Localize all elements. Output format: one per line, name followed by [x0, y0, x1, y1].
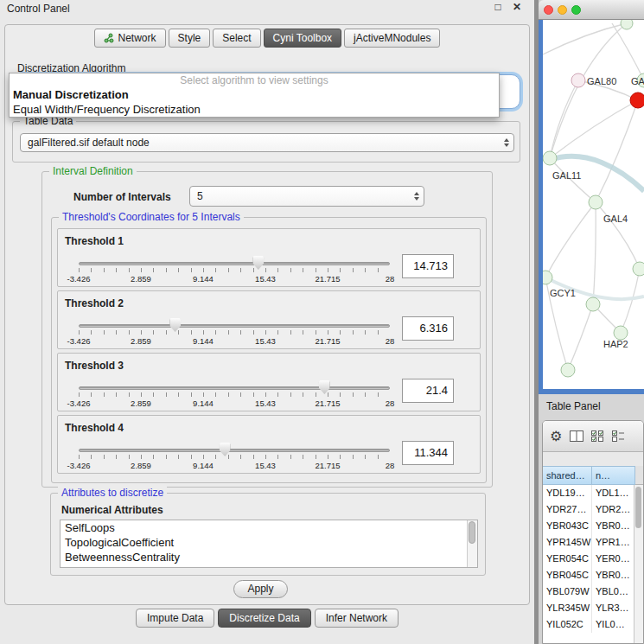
threshold-1-value-input[interactable]: 14.713 — [402, 254, 454, 278]
float-window-button[interactable]: □ — [491, 1, 505, 13]
table-panel-window: ⚙ — [542, 420, 644, 644]
attributes-group: Attributes to discretize Numerical Attri… — [50, 493, 486, 576]
table-row[interactable]: YDR27… YDR2… — [543, 501, 635, 518]
tab-label: Select — [222, 32, 251, 44]
network-node-selected-red[interactable] — [630, 92, 644, 108]
table-cell[interactable]: YBR0… — [592, 518, 635, 534]
table-data-combobox-value: galFiltered.sif default node — [28, 137, 150, 149]
node-label-GA: GA — [631, 76, 644, 86]
table-row[interactable]: YIL052C YIL0… — [543, 616, 635, 633]
tab-cyni-toolbox[interactable]: Cyni Toolbox — [264, 29, 341, 48]
network-node[interactable] — [586, 297, 600, 311]
threshold-2-slider[interactable]: -3.426 2.859 9.144 15.43 21.715 28 — [79, 317, 390, 348]
scale-label: -3.426 — [67, 461, 91, 470]
list-item[interactable]: SelfLoops — [61, 520, 477, 535]
checkbox-list-icon[interactable] — [612, 430, 625, 442]
checkbox-grid-icon[interactable] — [591, 430, 604, 442]
network-node-GAL4[interactable] — [589, 195, 603, 209]
list-item[interactable]: TopologicalCoefficient — [61, 535, 477, 550]
threshold-4-label: Threshold 4 — [65, 422, 124, 434]
interval-definition-group-title: Interval Definition — [49, 165, 137, 177]
thresholds-group-title: Threshold's Coordinates for 5 Intervals — [59, 211, 244, 223]
close-window-button[interactable]: ✕ — [510, 1, 524, 13]
number-of-intervals-value: 5 — [197, 190, 203, 202]
table-row[interactable]: YBR045C YBR0… — [543, 567, 635, 583]
network-node-GAL80[interactable] — [571, 73, 585, 87]
algorithm-prompt-item[interactable]: Select algorithm to view settings — [10, 73, 499, 87]
tab-network[interactable]: Network — [94, 29, 166, 48]
table-cell[interactable]: YIL052C — [543, 616, 592, 633]
list-scrollbar-thumb[interactable] — [469, 521, 475, 544]
table-cell[interactable]: YLR345W — [543, 600, 592, 616]
column-header-name[interactable]: n… — [592, 466, 635, 485]
mac-minimize-button[interactable] — [558, 5, 567, 15]
threshold-4-value-input[interactable]: 11.344 — [402, 441, 454, 465]
threshold-2-panel: Threshold 2 -3.426 2.859 9.144 15.43 21.… — [57, 290, 481, 349]
mac-zoom-button[interactable] — [571, 5, 581, 15]
algorithm-option-equal-width[interactable]: Equal Width/Frequency Discretization — [10, 102, 499, 117]
table-row[interactable]: YER054C YER0… — [543, 551, 635, 567]
scale-label: 2.859 — [131, 461, 151, 470]
network-node-GCY1[interactable] — [543, 271, 552, 284]
table-data-combobox[interactable]: galFiltered.sif default node — [20, 133, 514, 152]
tab-discretize-data[interactable]: Discretize Data — [218, 609, 310, 628]
table-row[interactable]: YPR145W YPR1… — [543, 534, 635, 551]
tab-jactivemnodules[interactable]: jActiveMNodules — [344, 29, 440, 48]
numerical-attributes-list: SelfLoops TopologicalCoefficient Between… — [60, 520, 478, 568]
threshold-4-slider[interactable]: -3.426 2.859 9.144 15.43 21.715 28 — [79, 442, 390, 473]
bottom-tab-bar: Impute Data Discretize Data Infer Networ… — [0, 609, 534, 628]
apply-button[interactable]: Apply — [233, 580, 288, 598]
tab-style[interactable]: Style — [169, 29, 211, 48]
network-node[interactable] — [561, 363, 575, 377]
network-node[interactable] — [633, 262, 644, 276]
scale-label: 15.43 — [255, 336, 276, 346]
table-cell[interactable]: YER054C — [543, 551, 592, 567]
table-scrollbar-thumb[interactable] — [635, 487, 641, 528]
table-cell[interactable]: YDR27… — [543, 501, 592, 518]
number-of-intervals-combobox[interactable]: 5 — [189, 186, 424, 207]
network-node[interactable] — [621, 20, 633, 29]
table-row[interactable]: YBR043C YBR0… — [543, 518, 635, 534]
table-scrollbar[interactable] — [634, 485, 643, 643]
network-node-HAP2[interactable] — [614, 326, 628, 340]
tab-infer-network[interactable]: Infer Network — [315, 609, 399, 628]
table-cell[interactable]: YDL1… — [592, 485, 635, 501]
table-row[interactable]: YBL079W YBL0… — [543, 583, 635, 600]
network-node-GAL11[interactable] — [543, 151, 557, 165]
slider-ticks — [79, 268, 390, 272]
columns-icon[interactable] — [570, 430, 583, 442]
mac-close-button[interactable] — [544, 5, 553, 15]
network-canvas[interactable]: GAL80 GA GAL11 GAL4 GCY1 HAP2 — [543, 20, 644, 389]
slider-track — [79, 324, 390, 328]
scale-label: -3.426 — [67, 399, 91, 408]
table-row[interactable]: YLR345W YLR3… — [543, 600, 635, 616]
table-cell[interactable]: YBR045C — [543, 567, 592, 583]
tab-select[interactable]: Select — [213, 29, 260, 48]
table-cell[interactable]: YDL19… — [543, 485, 592, 501]
table-row[interactable]: YDL19… YDL1… — [543, 485, 635, 501]
list-item[interactable]: BetweennessCentrality — [61, 550, 477, 564]
tab-label: jActiveMNodules — [354, 32, 430, 44]
tab-label: Style — [178, 32, 201, 44]
table-cell[interactable]: YER0… — [592, 551, 635, 567]
table-cell[interactable]: YIL0… — [592, 616, 635, 633]
threshold-3-value-input[interactable]: 21.4 — [402, 379, 454, 403]
threshold-2-value-input[interactable]: 6.316 — [402, 316, 454, 341]
threshold-1-slider[interactable]: -3.426 2.859 9.144 15.43 21.715 28 — [79, 255, 390, 286]
table-cell[interactable]: YDR2… — [592, 501, 635, 518]
table-cell[interactable]: YLR3… — [592, 600, 635, 616]
tab-impute-data[interactable]: Impute Data — [136, 609, 214, 628]
scale-label: 28 — [386, 274, 395, 284]
gear-icon[interactable]: ⚙ — [550, 430, 562, 443]
column-header-shared[interactable]: shared… — [543, 466, 592, 485]
table-cell[interactable]: YPR145W — [543, 534, 592, 551]
threshold-3-slider[interactable]: -3.426 2.859 9.144 15.43 21.715 28 — [79, 379, 390, 411]
slider-track — [79, 386, 390, 390]
list-scrollbar[interactable] — [467, 520, 477, 567]
table-cell[interactable]: YBL079W — [543, 583, 592, 600]
table-cell[interactable]: YBL0… — [592, 583, 635, 600]
algorithm-option-manual[interactable]: Manual Discretization — [10, 87, 499, 102]
table-cell[interactable]: YBR043C — [543, 518, 592, 534]
table-cell[interactable]: YBR0… — [592, 567, 635, 583]
table-cell[interactable]: YPR1… — [592, 534, 635, 551]
